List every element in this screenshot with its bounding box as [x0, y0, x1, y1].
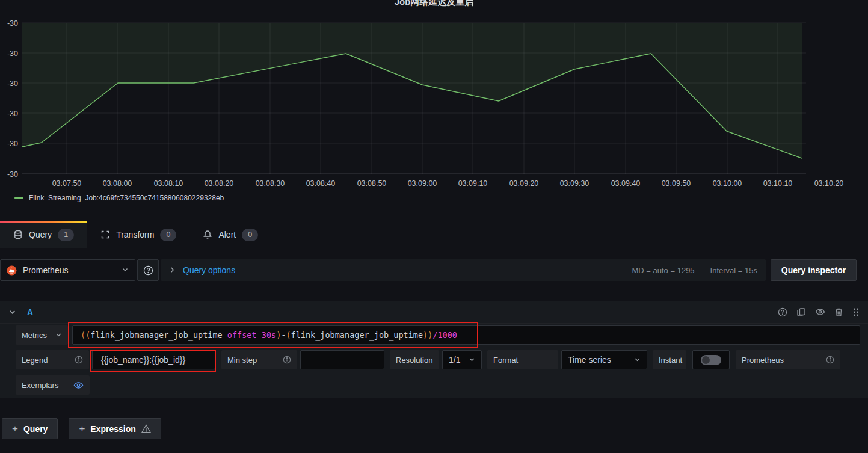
chevron-down-icon [634, 356, 641, 364]
promql-query-input[interactable]: ((flink_jobmanager_job_uptime offset 30s… [72, 325, 860, 345]
svg-text:03:08:10: 03:08:10 [154, 179, 183, 188]
query-options-toggle[interactable]: Query options [183, 265, 235, 275]
datasource-help-button[interactable] [137, 259, 159, 281]
svg-text:03:09:10: 03:09:10 [458, 179, 488, 188]
tab-transform[interactable]: Transform 0 [87, 221, 189, 248]
datasource-name: Prometheus [23, 265, 115, 275]
query-ref-id[interactable]: A [27, 307, 33, 317]
tab-query-label: Query [29, 230, 52, 239]
chevron-right-icon [169, 265, 176, 275]
instant-toggle[interactable] [701, 355, 721, 365]
plus-icon: + [79, 423, 85, 435]
metrics-row: Metrics ((flink_jobmanager_job_uptime of… [16, 325, 860, 345]
query-editor-card: A Metrics [0, 301, 868, 398]
min-step-input[interactable] [300, 350, 384, 369]
svg-text:03:08:50: 03:08:50 [357, 179, 387, 188]
exemplars-row: Exemplars [16, 375, 90, 395]
transform-icon [100, 230, 110, 239]
info-icon[interactable] [826, 356, 834, 364]
svg-text:03:08:00: 03:08:00 [103, 179, 132, 188]
svg-text:03:09:00: 03:09:00 [408, 179, 437, 188]
query-options-stats: MD = auto = 1295 Interval = 15s [632, 266, 757, 275]
interval-text: Interval = 15s [710, 266, 757, 275]
tab-alert-count: 0 [242, 229, 258, 241]
svg-text:03:09:50: 03:09:50 [662, 179, 691, 188]
exemplars-label: Exemplars [16, 375, 90, 395]
collapse-chevron-icon[interactable] [8, 308, 16, 316]
svg-text:03:08:30: 03:08:30 [256, 179, 285, 188]
chart-legend[interactable]: Flink_Streaming_Job:4c69fc734550c7415880… [14, 194, 224, 202]
svg-text:-30: -30 [7, 79, 18, 88]
drag-handle-icon[interactable] [852, 307, 860, 317]
options-row: Legend {{job_name}}:{{job_id}} Min step … [16, 350, 840, 369]
add-query-button[interactable]: + Query [2, 418, 58, 439]
svg-text:-30: -30 [7, 49, 18, 58]
query-inspector-button[interactable]: Query inspector [771, 259, 857, 281]
svg-text:03:09:30: 03:09:30 [560, 179, 589, 188]
instant-label: Instant [653, 350, 686, 369]
warning-triangle-icon [141, 424, 151, 433]
info-icon[interactable] [75, 356, 83, 364]
query-help-icon[interactable] [778, 307, 787, 317]
svg-text:-30: -30 [7, 140, 18, 148]
timeseries-chart: -30-30-30-30-30-3003:07:5003:08:0003:08:… [0, 0, 868, 208]
bell-icon [203, 230, 212, 239]
editor-tabbar: Query 1 Transform 0 Alert [0, 221, 868, 248]
svg-text:03:10:10: 03:10:10 [763, 179, 793, 188]
min-step-label: Min step [221, 350, 297, 369]
tab-transform-label: Transform [116, 230, 154, 239]
svg-text:-30: -30 [7, 170, 18, 179]
timeseries-panel: -30-30-30-30-30-3003:07:5003:08:0003:08:… [0, 0, 868, 208]
toggle-visibility-eye-icon[interactable] [815, 307, 825, 317]
tab-query-count: 1 [58, 229, 74, 241]
chevron-down-icon [469, 356, 475, 364]
prometheus-exemplars-label: Prometheus [736, 350, 840, 369]
svg-text:03:09:40: 03:09:40 [611, 179, 641, 188]
legend-format-input[interactable]: {{job_name}}:{{job_id}} [92, 350, 215, 369]
svg-text:03:08:40: 03:08:40 [306, 179, 336, 188]
datasource-picker[interactable]: Prometheus [0, 259, 135, 281]
chevron-down-icon [55, 331, 62, 339]
legend-series-marker [14, 197, 23, 199]
query-row-header: A [0, 301, 868, 324]
svg-text:03:09:20: 03:09:20 [509, 179, 539, 188]
add-expression-button[interactable]: + Expression [69, 418, 161, 439]
format-label: Format [487, 350, 558, 369]
tab-query[interactable]: Query 1 [0, 221, 87, 248]
svg-text:03:07:50: 03:07:50 [52, 179, 82, 188]
resolution-label: Resolution [390, 350, 439, 369]
svg-text:-30: -30 [7, 19, 18, 28]
tab-alert-label: Alert [218, 230, 236, 239]
datasource-row: Prometheus Query options MD = auto = 129… [0, 259, 868, 281]
instant-toggle-box [692, 350, 730, 369]
metrics-dropdown[interactable]: Metrics [16, 325, 68, 345]
tab-transform-count: 0 [160, 229, 176, 241]
plus-icon: + [12, 423, 18, 435]
info-icon[interactable] [283, 356, 291, 364]
exemplars-eye-icon[interactable] [73, 380, 84, 390]
database-icon [13, 230, 23, 239]
footer-actions: + Query + Expression [2, 418, 161, 439]
chevron-down-icon [122, 266, 129, 274]
question-circle-icon [143, 265, 153, 276]
prometheus-logo-icon [7, 265, 17, 276]
svg-text:03:10:00: 03:10:00 [713, 179, 742, 188]
delete-query-trash-icon[interactable] [834, 307, 843, 317]
legend-field-label: Legend [16, 350, 89, 369]
metrics-label: Metrics [22, 331, 47, 340]
resolution-select[interactable]: 1/1 [442, 350, 482, 369]
svg-text:03:10:20: 03:10:20 [814, 179, 844, 188]
max-datapoints-text: MD = auto = 1295 [632, 266, 695, 275]
duplicate-query-icon[interactable] [796, 307, 806, 317]
svg-text:-30: -30 [7, 109, 18, 118]
panel-title: Job网络延迟及重启 [0, 0, 868, 7]
query-options-bar: Query options MD = auto = 1295 Interval … [161, 259, 766, 281]
legend-series-label[interactable]: Flink_Streaming_Job:4c69fc734550c7415880… [29, 194, 224, 202]
tab-alert[interactable]: Alert 0 [189, 221, 271, 248]
svg-text:03:08:20: 03:08:20 [205, 179, 234, 188]
format-select[interactable]: Time series [561, 350, 647, 369]
